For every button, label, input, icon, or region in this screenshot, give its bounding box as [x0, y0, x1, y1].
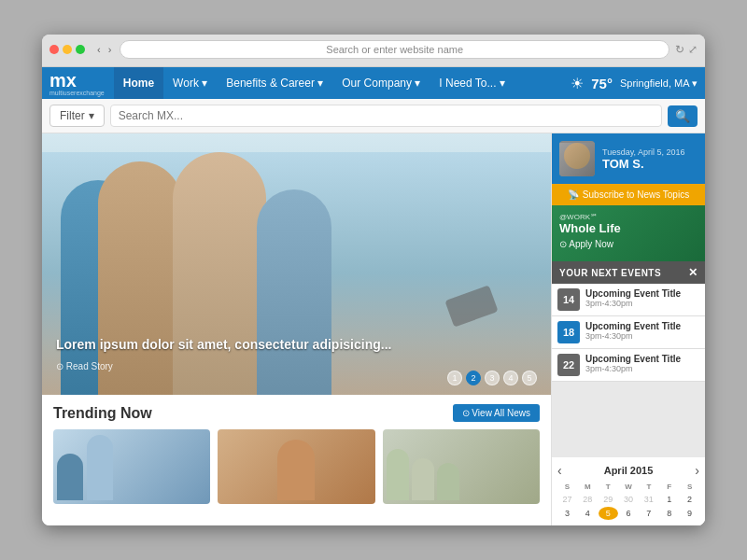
filter-button[interactable]: Filter ▾	[49, 105, 105, 127]
hero-caption: Lorem ipsum dolor sit amet, consectetur …	[56, 336, 391, 353]
event-info-2: Upcoming Event Title3pm-4:30pm	[585, 354, 681, 373]
page-4[interactable]: 4	[503, 371, 518, 385]
read-story-link[interactable]: ⊙ Read Story	[56, 361, 113, 371]
calendar-month-year: April 2015	[604, 465, 654, 476]
subscribe-label: Subscribe to News Topics	[583, 189, 689, 200]
address-bar[interactable]: Search or enter website name	[120, 40, 669, 59]
event-item-1[interactable]: 18Upcoming Event Title3pm-4:30pm	[552, 316, 705, 349]
page-3[interactable]: 3	[485, 371, 500, 385]
trending-section: Trending Now ⊙ View All News	[42, 395, 551, 513]
calendar-header: ‹ April 2015 ›	[557, 463, 699, 478]
cal-day-0-2: 29	[599, 493, 618, 506]
search-input[interactable]	[119, 109, 654, 122]
hero-title: Lorem ipsum dolor sit amet, consectetur …	[56, 336, 391, 353]
events-close-button[interactable]: ✕	[688, 266, 698, 279]
user-info: Tuesday, April 5, 2016 TOM S.	[602, 147, 685, 171]
cal-day-1-0[interactable]: 3	[557, 507, 577, 520]
nav-company[interactable]: Our Company ▾	[332, 67, 430, 99]
cal-header-M: M	[578, 482, 598, 492]
nav-benefits[interactable]: Benefits & Career ▾	[217, 67, 332, 99]
cal-header-W: W	[619, 482, 639, 492]
user-card: Tuesday, April 5, 2016 TOM S.	[552, 133, 705, 184]
cal-day-0-1: 28	[578, 493, 598, 506]
pagination: 1 2 3 4 5	[447, 371, 537, 385]
cal-day-1-5[interactable]: 8	[659, 507, 679, 520]
nav-right: ☀ 75° Springfield, MA ▾	[571, 75, 698, 92]
apply-button[interactable]: ⊙ Apply Now	[559, 239, 613, 249]
minimize-button[interactable]	[63, 45, 72, 54]
events-header: YOUR NEXT EVENTS ✕	[552, 261, 705, 284]
chrome-icons: ↻⤢	[675, 43, 698, 56]
event-time-2: 3pm-4:30pm	[585, 364, 681, 373]
page-1[interactable]: 1	[447, 371, 462, 385]
logo-sub: multiuserexchange	[49, 90, 105, 96]
cal-day-1-6[interactable]: 9	[680, 507, 699, 520]
cal-header-F: F	[659, 482, 679, 492]
view-all-button[interactable]: ⊙ View All News	[453, 404, 540, 422]
cal-day-0-4: 31	[639, 493, 658, 506]
mini-calendar: ‹ April 2015 › SMTWTFS272829303112345678…	[552, 457, 705, 525]
nav-need[interactable]: I Need To... ▾	[430, 67, 514, 99]
subscribe-button[interactable]: 📡 Subscribe to News Topics	[552, 184, 705, 205]
trending-image-2	[218, 429, 374, 504]
browser-chrome: ‹ › Search or enter website name ↻⤢	[42, 35, 705, 67]
trending-title: Trending Now	[53, 405, 152, 422]
hero-section: Lorem ipsum dolor sit amet, consectetur …	[42, 133, 551, 395]
event-date-1: 18	[557, 321, 580, 343]
search-button[interactable]: 🔍	[668, 105, 698, 127]
event-item-0[interactable]: 14Upcoming Event Title3pm-4:30pm	[552, 284, 705, 316]
event-title-1: Upcoming Event Title	[585, 321, 681, 331]
logo[interactable]: mx multiuserexchange	[49, 71, 105, 96]
wl-title: Whole Life	[559, 221, 698, 235]
cal-header-S: S	[557, 482, 577, 492]
back-button[interactable]: ‹	[94, 43, 104, 56]
events-list: 14Upcoming Event Title3pm-4:30pm18Upcomi…	[552, 284, 705, 382]
page-2[interactable]: 2	[466, 371, 481, 385]
trending-header: Trending Now ⊙ View All News	[53, 404, 540, 422]
event-time-1: 3pm-4:30pm	[585, 331, 681, 341]
events-section-title: YOUR NEXT EVENTS	[559, 268, 661, 278]
filter-label: Filter	[60, 109, 85, 122]
wl-text: @WORK℠ Whole Life	[559, 213, 698, 235]
avatar	[559, 141, 595, 176]
cal-day-0-5[interactable]: 1	[659, 493, 679, 506]
nav-home[interactable]: Home	[114, 67, 163, 99]
event-title-0: Upcoming Event Title	[585, 288, 681, 299]
event-info-0: Upcoming Event Title3pm-4:30pm	[585, 288, 681, 308]
cal-day-1-1[interactable]: 4	[578, 507, 598, 520]
calendar-prev-button[interactable]: ‹	[557, 463, 562, 478]
temperature: 75°	[591, 76, 613, 91]
cal-day-0-0: 27	[557, 493, 577, 506]
trending-image-3	[383, 429, 540, 504]
cal-day-0-3: 30	[619, 493, 639, 506]
cal-header-S: S	[680, 482, 699, 492]
cal-day-1-2[interactable]: 5	[599, 507, 618, 520]
cal-day-1-3[interactable]: 6	[619, 507, 639, 520]
address-text: Search or enter website name	[326, 44, 463, 55]
user-date: Tuesday, April 5, 2016	[602, 147, 685, 157]
maximize-button[interactable]	[76, 45, 85, 54]
forward-button[interactable]: ›	[106, 43, 115, 56]
nav-work[interactable]: Work ▾	[163, 67, 217, 99]
search-icon: 🔍	[675, 109, 690, 123]
logo-main: mx	[49, 71, 105, 90]
calendar-next-button[interactable]: ›	[695, 463, 699, 478]
cal-day-1-4[interactable]: 7	[639, 507, 658, 520]
page-5[interactable]: 5	[522, 371, 537, 385]
read-story-icon: ⊙	[56, 361, 63, 371]
event-info-1: Upcoming Event Title3pm-4:30pm	[585, 321, 681, 341]
close-button[interactable]	[49, 45, 59, 54]
nav-bar: mx multiuserexchange Home Work ▾ Benefit…	[42, 67, 705, 99]
cal-day-0-6[interactable]: 2	[680, 493, 699, 506]
chevron-down-icon: ▾	[89, 109, 94, 122]
trending-images	[53, 429, 540, 504]
event-date-2: 22	[557, 354, 580, 376]
event-item-2[interactable]: 22Upcoming Event Title3pm-4:30pm	[552, 349, 705, 382]
location[interactable]: Springfield, MA ▾	[620, 77, 698, 90]
trending-image-1	[53, 429, 210, 504]
traffic-lights	[49, 45, 85, 54]
avatar-image	[559, 143, 595, 176]
weather-icon: ☀	[571, 75, 584, 92]
read-story-label: Read Story	[66, 361, 113, 371]
calendar-grid: SMTWTFS2728293031123456789	[557, 482, 699, 520]
